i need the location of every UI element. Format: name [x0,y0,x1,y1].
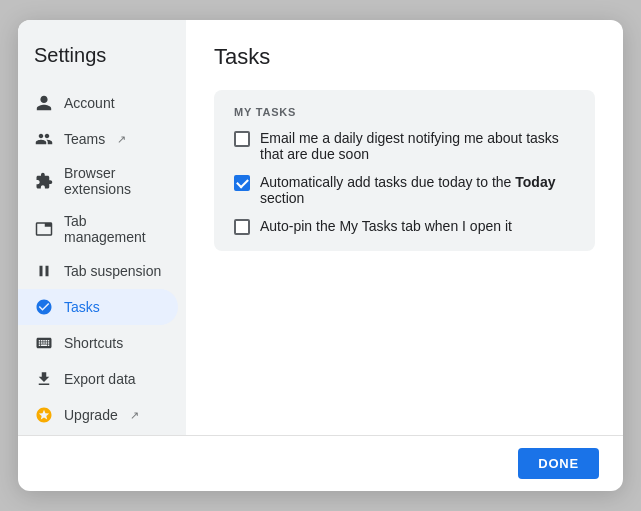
page-title: Tasks [214,44,595,70]
sidebar-item-label: Export data [64,371,136,387]
external-link-icon: ↗ [130,409,139,422]
settings-dialog: Settings Account Teams ↗ [18,20,623,491]
sidebar-item-tab-management[interactable]: Tab management [18,205,178,253]
task-label-auto-pin: Auto-pin the My Tasks tab when I open it [260,218,512,234]
tasks-section: MY TASKS Email me a daily digest notifyi… [214,90,595,251]
sidebar-item-tab-suspension[interactable]: Tab suspension [18,253,178,289]
sidebar-title: Settings [18,36,186,85]
extension-icon [34,171,54,191]
main-content: Tasks MY TASKS Email me a daily digest n… [186,20,623,435]
checkbox-auto-pin[interactable] [234,219,250,235]
task-option-auto-pin[interactable]: Auto-pin the My Tasks tab when I open it [234,218,575,235]
task-label-daily-digest: Email me a daily digest notifying me abo… [260,130,575,162]
section-label: MY TASKS [234,106,575,118]
check-circle-icon [34,297,54,317]
group-icon [34,129,54,149]
sidebar-item-label: Upgrade [64,407,118,423]
keyboard-icon [34,333,54,353]
sidebar-item-export-data[interactable]: Export data [18,361,178,397]
sidebar-item-label: Tab suspension [64,263,161,279]
done-button[interactable]: DONE [518,448,599,479]
pause-icon [34,261,54,281]
star-icon [34,405,54,425]
sidebar: Settings Account Teams ↗ [18,20,186,435]
task-option-daily-digest[interactable]: Email me a daily digest notifying me abo… [234,130,575,162]
sidebar-item-tasks[interactable]: Tasks [18,289,178,325]
sidebar-item-label: Account [64,95,115,111]
sidebar-item-label: Shortcuts [64,335,123,351]
task-label-auto-add-today: Automatically add tasks due today to the… [260,174,575,206]
sidebar-item-upgrade[interactable]: Upgrade ↗ [18,397,178,433]
sidebar-item-label: Tasks [64,299,100,315]
dialog-body: Settings Account Teams ↗ [18,20,623,435]
tab-icon [34,219,54,239]
sidebar-item-teams[interactable]: Teams ↗ [18,121,178,157]
sidebar-item-label: Teams [64,131,105,147]
sidebar-item-account[interactable]: Account [18,85,178,121]
sidebar-item-label: Browser extensions [64,165,162,197]
checkbox-auto-add-today[interactable] [234,175,250,191]
external-link-icon: ↗ [117,133,126,146]
sidebar-item-shortcuts[interactable]: Shortcuts [18,325,178,361]
checkbox-daily-digest[interactable] [234,131,250,147]
dialog-footer: DONE [18,435,623,491]
sidebar-item-label: Tab management [64,213,162,245]
person-icon [34,93,54,113]
sidebar-item-browser-extensions[interactable]: Browser extensions [18,157,178,205]
task-option-auto-add-today[interactable]: Automatically add tasks due today to the… [234,174,575,206]
download-icon [34,369,54,389]
